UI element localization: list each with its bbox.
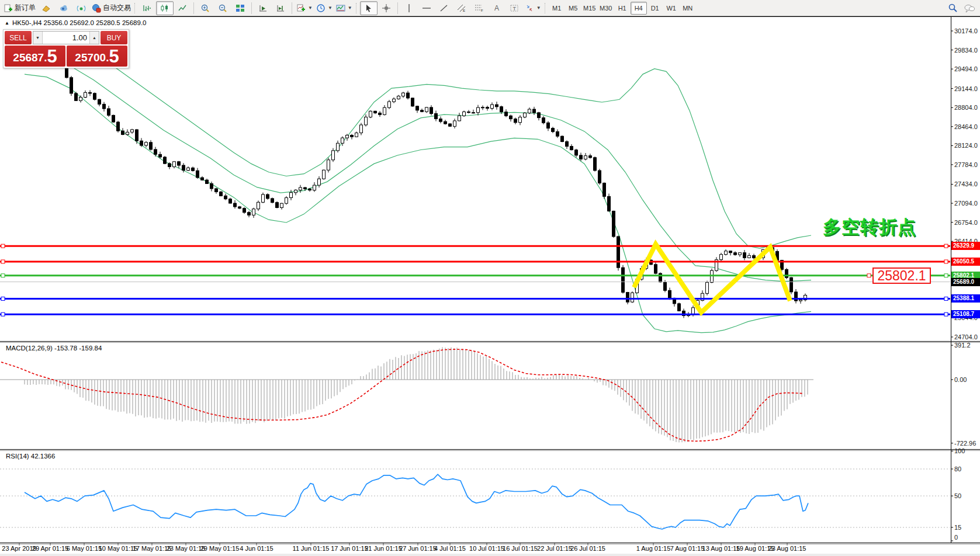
price-tick-label: 28804.0 (954, 104, 978, 111)
price-tick-label: 29144.0 (954, 85, 978, 92)
line-handle[interactable] (1, 297, 5, 301)
price-tick-label: 27434.0 (954, 180, 978, 187)
macd-tick-label: 0.00 (954, 376, 967, 383)
cursor-icon (364, 4, 373, 13)
cloud-button[interactable] (55, 1, 72, 15)
candle (617, 237, 620, 267)
candle (187, 168, 190, 170)
timeframe-m1-button[interactable]: M1 (549, 2, 565, 15)
candle (196, 171, 199, 178)
zoom-in-button[interactable] (196, 1, 214, 15)
cursor-tool-button[interactable] (360, 1, 378, 15)
line-handle[interactable] (1, 260, 5, 263)
autotrading-button[interactable]: 自动交易 (90, 1, 133, 15)
volume-decrease-button[interactable]: ▼ (33, 32, 43, 44)
line-handle[interactable] (944, 274, 948, 277)
line-handle[interactable] (944, 297, 948, 301)
volume-increase-button[interactable]: ▲ (89, 32, 99, 44)
horizontal-line-tool-button[interactable] (418, 1, 435, 15)
callout-handle[interactable] (867, 274, 871, 277)
arrows-tool-button[interactable]: ▼ (523, 1, 543, 15)
date-tick-label: 22 Jul 01:15 (537, 545, 572, 552)
new-order-button[interactable]: 新订单 (2, 1, 37, 15)
candle (524, 113, 527, 117)
candle (603, 183, 606, 196)
one-click-toggle-icon[interactable]: ▲ (5, 20, 9, 26)
date-tick-label: 6 May 01:15 (67, 545, 102, 552)
candle (575, 150, 578, 155)
buy-button[interactable]: BUY (101, 31, 127, 44)
chat-icon[interactable] (964, 4, 975, 13)
trendline-icon (439, 4, 449, 13)
arrows-icon (525, 4, 534, 13)
candle (393, 99, 396, 102)
date-tick-label: 26 Jul 01:15 (570, 545, 605, 552)
search-icon[interactable] (948, 3, 958, 13)
timeframe-m30-button[interactable]: M30 (598, 2, 614, 15)
timeframe-w1-button[interactable]: W1 (663, 2, 680, 15)
buy-price-button[interactable]: 25700.5 (67, 46, 127, 67)
line-handle[interactable] (944, 244, 948, 248)
timeframe-m15-button[interactable]: M15 (581, 2, 598, 15)
candle (739, 253, 742, 255)
date-tick-label: 10 Jul 01:15 (469, 545, 504, 552)
candle (122, 131, 124, 134)
macd-tick-label: 391.2 (954, 342, 971, 349)
line-chart-button[interactable] (174, 1, 191, 15)
price-callout-box[interactable]: 25802.1 (872, 267, 931, 284)
chart-shift-button[interactable] (272, 1, 289, 15)
timeframe-d1-button[interactable]: D1 (647, 2, 663, 15)
vertical-line-icon (404, 4, 414, 13)
line-handle[interactable] (1, 274, 5, 277)
candle (514, 119, 517, 123)
vertical-line-tool-button[interactable] (400, 1, 418, 15)
rsi-tick-label: 0 (954, 534, 958, 541)
sell-price-button[interactable]: 25687.5 (5, 46, 65, 67)
crosshair-tool-button[interactable] (378, 1, 395, 15)
rsi-tick-label: 50 (954, 492, 961, 499)
turning-point-annotation[interactable]: 多空转折点 (823, 215, 916, 239)
text-tool-button[interactable]: A (488, 1, 505, 15)
rsi-line (25, 474, 808, 529)
templates-button[interactable]: ▼ (334, 1, 354, 15)
line-handle[interactable] (1, 244, 5, 248)
date-tick-label: 17 May 01:15 (133, 545, 172, 552)
candle (238, 207, 241, 208)
chart-canvas[interactable] (0, 16, 980, 556)
expert-advisors-button[interactable] (37, 1, 55, 15)
zoom-out-button[interactable] (214, 1, 231, 15)
timeframe-h4-button[interactable]: H4 (631, 2, 647, 15)
timeframe-h1-button[interactable]: H1 (614, 2, 631, 15)
fibonacci-tool-button[interactable]: F (470, 1, 488, 15)
equidistant-channel-tool-button[interactable]: E (453, 1, 470, 15)
auto-scroll-button[interactable] (254, 1, 272, 15)
indicators-button[interactable]: ▼ (295, 1, 314, 15)
hline-price-label: 26329.9 (951, 242, 980, 250)
timeframe-group: M1M5M15M30H1H4D1W1MN (549, 2, 696, 15)
chart-window[interactable]: ▲ HK50-,H4 25356.0 25692.0 25280.5 25689… (0, 16, 980, 556)
line-handle[interactable] (944, 312, 948, 316)
candle (79, 98, 82, 101)
candle (669, 290, 671, 298)
candle (444, 121, 447, 124)
line-handle[interactable] (1, 312, 5, 316)
timeframe-mn-button[interactable]: MN (680, 2, 696, 15)
sell-button[interactable]: SELL (5, 31, 32, 44)
candle (608, 196, 611, 211)
price-tick-label: 28124.0 (954, 142, 978, 149)
text-label-tool-button[interactable]: T (505, 1, 523, 15)
candle (103, 104, 106, 109)
periods-button[interactable]: ▼ (314, 1, 334, 15)
candle (360, 125, 363, 133)
signals-button[interactable] (72, 1, 90, 15)
candlestick-chart-button[interactable] (156, 1, 174, 15)
timeframe-m5-button[interactable]: M5 (565, 2, 581, 15)
candle (351, 135, 354, 137)
line-handle[interactable] (944, 260, 948, 263)
candle (84, 92, 87, 97)
trendline-tool-button[interactable] (435, 1, 453, 15)
bar-chart-button[interactable] (138, 1, 156, 15)
volume-value[interactable]: 1.00 (43, 32, 89, 44)
candle (458, 116, 461, 121)
tile-windows-button[interactable] (231, 1, 249, 15)
